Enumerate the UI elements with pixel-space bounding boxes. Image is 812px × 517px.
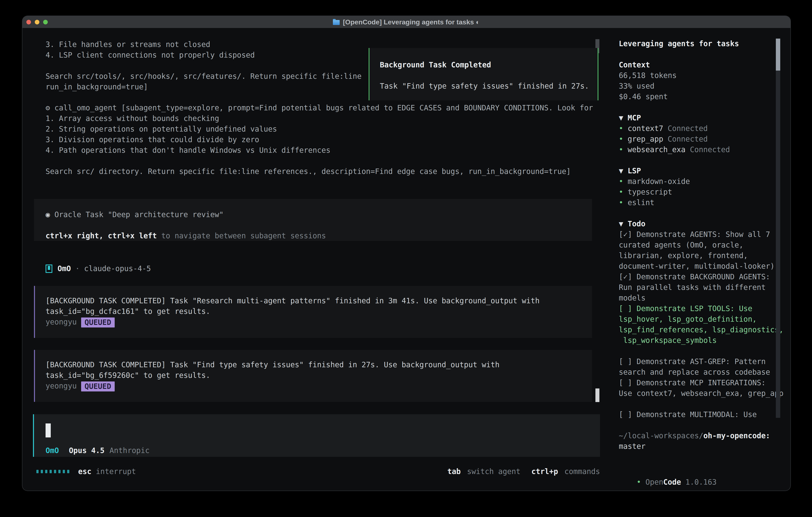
mcp-item: •websearch_exaConnected — [619, 144, 789, 155]
tool-call-line: 1. Array access without bounds checking — [46, 113, 593, 124]
blank-line — [46, 156, 593, 166]
todo-line: [ ] Demonstrate MCP INTEGRATIONS: — [619, 377, 789, 388]
provider-label: Anthropic — [110, 445, 149, 456]
context-heading: Context — [619, 60, 789, 70]
blank-line — [619, 155, 789, 166]
todo-line: curated agents (OmO, oracle, — [619, 240, 789, 250]
scrollback-top: 3. File handles or streams not closed 4.… — [46, 39, 361, 92]
tab-key-label: switch agent — [467, 467, 521, 476]
bullet-icon: • — [619, 135, 623, 143]
task-result-meta: yeongyuQUEUED — [46, 381, 592, 391]
agent-session-header: OmO · claude-opus-4-5 — [46, 263, 151, 274]
chevron-down-icon: ▼ — [619, 113, 623, 122]
bullet-icon: • — [619, 124, 623, 133]
todo-section-header[interactable]: ▼Todo — [619, 219, 789, 229]
tab-key-hint: tab — [447, 467, 461, 476]
agent-name: OmO — [58, 263, 71, 274]
context-used: 33% used — [619, 81, 789, 91]
notification-message: Task "Find type safety issues" finished … — [380, 81, 598, 91]
prompt-input[interactable]: OmO Opus 4.5 Anthropic — [33, 414, 600, 457]
git-branch: master — [619, 441, 789, 452]
notification-title: Background Task Completed — [380, 60, 598, 70]
todo-line: document-writer, multimodal-looker) — [619, 261, 789, 272]
opencode-terminal-window: [OpenCode] Leveraging agents for tasks ◐… — [22, 16, 790, 491]
lsp-item: •markdown-oxide — [619, 176, 789, 187]
background-task-notification: Background Task Completed Task "Find typ… — [369, 48, 599, 100]
window-titlebar[interactable]: [OpenCode] Leveraging agents for tasks ◐ — [22, 16, 790, 28]
terminal-scrollbar-thumb[interactable] — [596, 388, 600, 402]
mcp-section-header[interactable]: ▼MCP — [619, 113, 789, 123]
tool-call-line: 3. Division operations that could divide… — [46, 134, 593, 145]
sidebar-scrollbar-thumb[interactable] — [776, 38, 780, 71]
mcp-item: •grep_appConnected — [619, 134, 789, 144]
workspace-path: ~/local-workspaces/oh-my-opencode: — [619, 430, 789, 441]
todo-line: models — [619, 293, 789, 303]
status-dot-icon: • — [637, 478, 641, 486]
scrollback-line: run_in_background=true] — [46, 82, 361, 92]
chevron-down-icon: ▼ — [619, 166, 623, 175]
todo-line: [✓] Demonstrate BACKGROUND AGENTS: — [619, 272, 789, 282]
author-name: yeongyu — [46, 382, 77, 390]
minimize-button-icon[interactable] — [35, 20, 39, 24]
tool-call-line: Search src/ directory. Return specific f… — [46, 166, 593, 177]
context-spent: $0.46 spent — [619, 91, 789, 102]
oracle-hint-line: ctrl+x right, ctrl+x left to navigate be… — [46, 230, 592, 241]
blank-line — [619, 346, 789, 356]
folder-icon — [333, 20, 340, 25]
todo-line-active: [ ] Demonstrate LSP TOOLS: Use — [619, 303, 789, 314]
blank-line — [619, 208, 789, 219]
scrollback-line: 4. LSP client connections not properly d… — [46, 50, 361, 60]
version-row: •OpenCode1.0.163 — [619, 466, 717, 477]
queued-status-badge: QUEUED — [81, 381, 115, 391]
todo-line: Run parallel tasks with different — [619, 282, 789, 293]
blank-line — [619, 399, 789, 409]
ctrlp-key-hint: ctrl+p — [531, 467, 558, 476]
hint-text: to navigate between subagent sessions — [157, 232, 326, 240]
task-result-meta: yeongyuQUEUED — [46, 317, 592, 327]
sidebar-scrollbar[interactable] — [776, 38, 780, 418]
keybinding-text: ctrl+x right, ctrl+x left — [46, 232, 157, 240]
tool-call-line: 2. String operations on potentially unde… — [46, 124, 593, 134]
scrollback-line: Search src/tools/, src/hooks/, src/featu… — [46, 71, 361, 82]
task-result-line: task_id="bg_dcfac161" to get results. — [46, 306, 592, 317]
task-result-line: [BACKGROUND TASK COMPLETED] Task "Resear… — [46, 296, 592, 306]
scrollback-line: 3. File handles or streams not closed — [46, 39, 361, 50]
blank-line — [619, 102, 789, 113]
context-tokens: 66,518 tokens — [619, 70, 789, 81]
esc-key-hint: esc — [78, 466, 91, 477]
todo-line-active: lsp_hover, lsp_goto_definition, — [619, 314, 789, 324]
esc-key-label: interrupt — [96, 466, 136, 477]
traffic-lights — [26, 16, 48, 28]
queued-status-badge: QUEUED — [81, 318, 115, 327]
statusbar-right: tab switch agent ctrl+p commands — [447, 466, 600, 477]
gear-icon: ⚙ — [46, 104, 50, 112]
mcp-item: •context7Connected — [619, 123, 789, 134]
session-title: Leveraging agents for tasks — [619, 38, 789, 49]
tool-call-line: 4. Path operations that don't handle Win… — [46, 145, 593, 156]
todo-line: Use context7, websearch_exa, grep_app — [619, 388, 789, 399]
todo-line: search and replace across codebase — [619, 367, 789, 377]
oracle-task-panel: ◉ Oracle Task "Deep architecture review"… — [34, 199, 592, 241]
todo-line: [✓] Demonstrate AGENTS: Show all 7 — [619, 229, 789, 240]
close-button-icon[interactable] — [26, 20, 31, 24]
active-agent-label: OmO — [46, 445, 59, 456]
window-title: [OpenCode] Leveraging agents for tasks ◐ — [343, 18, 480, 26]
blank-line — [619, 420, 789, 430]
blank-line — [46, 60, 361, 71]
tool-call-line: ⚙ call_omo_agent [subagent_type=explore,… — [46, 103, 593, 113]
lsp-item: •eslint — [619, 197, 789, 208]
blank-line — [380, 70, 598, 81]
tool-call-block: ⚙ call_omo_agent [subagent_type=explore,… — [46, 103, 593, 177]
task-result-line: [BACKGROUND TASK COMPLETED] Task "Find t… — [46, 359, 592, 370]
lsp-section-header[interactable]: ▼LSP — [619, 166, 789, 176]
task-result-block: [BACKGROUND TASK COMPLETED] Task "Find t… — [34, 350, 592, 402]
author-name: yeongyu — [46, 318, 77, 326]
input-model-row: OmO Opus 4.5 Anthropic — [46, 445, 150, 456]
todo-line-active: lsp_workspace_symbols — [619, 335, 789, 346]
bullet-icon: • — [619, 145, 623, 154]
bullet-icon: • — [619, 188, 623, 196]
blank-line — [46, 220, 592, 230]
todo-line: [ ] Demonstrate AST-GREP: Pattern — [619, 356, 789, 367]
agent-model: claude-opus-4-5 — [84, 263, 151, 274]
zoom-button-icon[interactable] — [43, 20, 48, 24]
